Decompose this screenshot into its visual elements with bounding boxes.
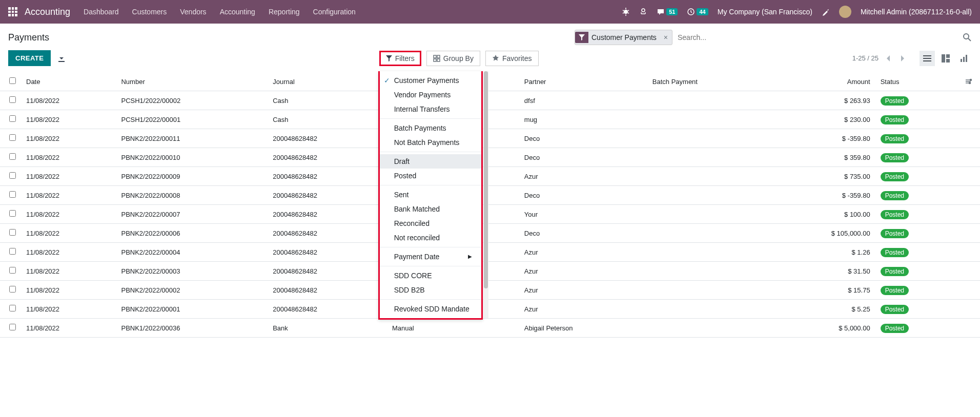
row-checkbox[interactable] (0, 91, 21, 110)
tools-icon[interactable] (822, 8, 830, 16)
col-batch[interactable]: Batch Payment (647, 72, 768, 91)
svg-point-3 (964, 34, 969, 39)
nav-configuration[interactable]: Configuration (313, 8, 356, 16)
pager-text[interactable]: 1-25 / 25 (852, 54, 879, 62)
table-row[interactable]: 11/08/2022PCSH1/2022/00002CashManualdfsf… (0, 91, 980, 110)
pager-area: 1-25 / 25 (852, 51, 972, 66)
pager-prev[interactable] (884, 55, 893, 61)
dropdown-scrollbar[interactable] (483, 71, 488, 318)
chip-remove[interactable]: × (660, 33, 672, 41)
filter-vendor-payments[interactable]: Vendor Payments (380, 88, 481, 102)
favorites-button[interactable]: Favorites (485, 51, 539, 66)
table-row[interactable]: 11/08/2022PCSH1/2022/00001CashManualmug$… (0, 110, 980, 129)
row-checkbox[interactable] (0, 129, 21, 148)
filter-customer-payments[interactable]: Customer Payments (380, 73, 481, 88)
search-input[interactable] (672, 30, 959, 45)
activities-icon[interactable]: 44 (687, 8, 708, 16)
cell-batch (647, 262, 768, 281)
col-number[interactable]: Number (116, 72, 268, 91)
nav-reporting[interactable]: Reporting (269, 8, 300, 16)
search-icon[interactable] (959, 33, 972, 42)
table-row[interactable]: 11/08/2022PBNK2/2022/00006200048628482Ma… (0, 224, 980, 243)
groupby-button[interactable]: Group By (426, 51, 480, 66)
bug-icon[interactable] (622, 8, 630, 16)
filter-not-reconciled[interactable]: Not reconciled (380, 231, 481, 245)
row-checkbox[interactable] (0, 281, 21, 300)
table-row[interactable]: 11/08/2022PBNK1/2022/00036BankManualAbig… (0, 319, 980, 338)
table-row[interactable]: 11/08/2022PBNK2/2022/00010200048628482Ma… (0, 148, 980, 167)
row-checkbox[interactable] (0, 224, 21, 243)
avatar[interactable] (839, 6, 851, 18)
select-all[interactable] (0, 72, 21, 91)
filter-posted[interactable]: Posted (380, 169, 481, 183)
table-row[interactable]: 11/08/2022PBNK2/2022/00008200048628482Ma… (0, 186, 980, 205)
table-row[interactable]: 11/08/2022PBNK2/2022/00003200048628482Ma… (0, 262, 980, 281)
row-checkbox[interactable] (0, 262, 21, 281)
company-switcher[interactable]: My Company (San Francisco) (718, 8, 812, 16)
cell-amount: $ 1.26 (768, 243, 875, 262)
filters-button[interactable]: Filters (379, 51, 421, 66)
nav-vendors[interactable]: Vendors (180, 8, 206, 16)
cell-amount: $ 263.93 (768, 91, 875, 110)
filter-sdd-b2b[interactable]: SDD B2B (380, 283, 481, 297)
create-button[interactable]: CREATE (8, 50, 51, 66)
filter-not-batch-payments[interactable]: Not Batch Payments (380, 135, 481, 150)
pager-next[interactable] (898, 55, 907, 61)
support-icon[interactable] (639, 8, 647, 16)
col-journal[interactable]: Journal (268, 72, 387, 91)
cell-status: Posted (875, 205, 959, 224)
dropdown-separator (380, 152, 481, 152)
status-badge: Posted (881, 267, 909, 276)
filter-sent[interactable]: Sent (380, 187, 481, 202)
nav-customers[interactable]: Customers (132, 8, 167, 16)
cell-journal: 200048628482 (268, 129, 387, 148)
row-checkbox[interactable] (0, 300, 21, 319)
nav-accounting[interactable]: Accounting (220, 8, 255, 16)
toolbar-right: Filters Customer Payments Vendor Payment… (379, 51, 539, 66)
messages-icon[interactable]: 51 (657, 8, 678, 16)
brand[interactable]: Accounting (25, 7, 70, 17)
row-checkbox[interactable] (0, 148, 21, 167)
row-checkbox[interactable] (0, 110, 21, 129)
svg-rect-9 (923, 58, 931, 59)
col-options[interactable] (959, 72, 980, 91)
col-date[interactable]: Date (21, 72, 116, 91)
filter-batch-payments[interactable]: Batch Payments (380, 121, 481, 135)
svg-rect-15 (963, 57, 965, 62)
table-row[interactable]: 11/08/2022PBNK2/2022/00002200048628482Ma… (0, 281, 980, 300)
nav-dashboard[interactable]: Dashboard (84, 8, 119, 16)
cell-partner: mug (519, 110, 647, 129)
cell-status: Posted (875, 167, 959, 186)
filter-draft[interactable]: Draft (380, 154, 481, 169)
filter-payment-date[interactable]: Payment Date▶ (380, 249, 481, 264)
filter-sdd-core[interactable]: SDD CORE (380, 268, 481, 283)
table-row[interactable]: 11/08/2022PBNK2/2022/00007200048628482Ma… (0, 205, 980, 224)
row-checkbox[interactable] (0, 186, 21, 205)
view-list[interactable] (920, 51, 935, 66)
apps-icon[interactable] (8, 7, 17, 16)
col-status[interactable]: Status (875, 72, 959, 91)
filters-dropdown: Customer Payments Vendor Payments Intern… (378, 71, 483, 320)
user-menu[interactable]: Mitchell Admin (20867112-16-0-all) (861, 8, 972, 16)
table-row[interactable]: 11/08/2022PBNK2/2022/00009200048628482Ma… (0, 167, 980, 186)
table-row[interactable]: 11/08/2022PBNK2/2022/00011200048628482Ma… (0, 129, 980, 148)
row-checkbox[interactable] (0, 167, 21, 186)
col-partner[interactable]: Partner (519, 72, 647, 91)
row-checkbox[interactable] (0, 243, 21, 262)
row-checkbox[interactable] (0, 205, 21, 224)
row-checkbox[interactable] (0, 319, 21, 338)
col-amount[interactable]: Amount (768, 72, 875, 91)
cell-number: PBNK2/2022/00003 (116, 262, 268, 281)
filter-bank-matched[interactable]: Bank Matched (380, 202, 481, 216)
table-row[interactable]: 11/08/2022PBNK2/2022/00004200048628482Ma… (0, 243, 980, 262)
download-icon[interactable] (58, 55, 65, 62)
view-kanban[interactable] (938, 51, 953, 66)
cell-number: PBNK2/2022/00006 (116, 224, 268, 243)
filter-revoked-sdd[interactable]: Revoked SDD Mandate (380, 302, 481, 316)
svg-rect-4 (434, 55, 436, 58)
table-row[interactable]: 11/08/2022PBNK2/2022/00001200048628482Ma… (0, 300, 980, 319)
filter-internal-transfers[interactable]: Internal Transfers (380, 102, 481, 116)
filter-reconciled[interactable]: Reconciled (380, 216, 481, 231)
view-graph[interactable] (956, 51, 972, 66)
svg-rect-13 (946, 59, 950, 62)
